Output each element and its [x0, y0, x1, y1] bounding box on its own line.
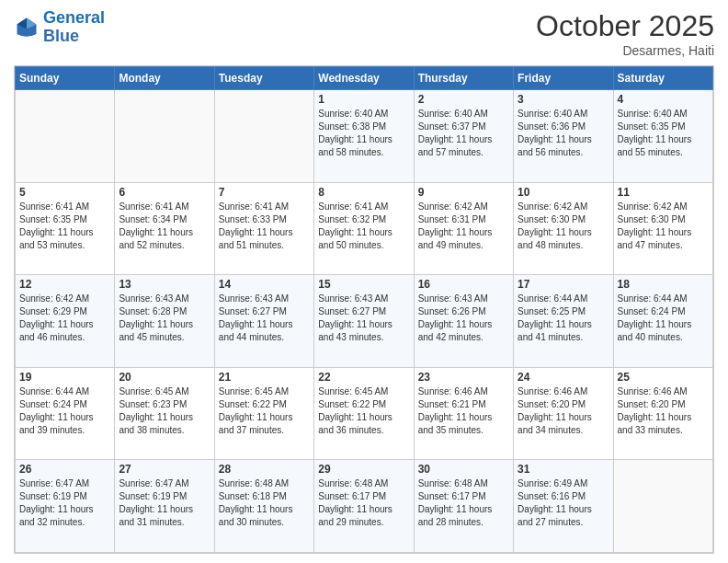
- calendar-cell: [115, 90, 214, 183]
- day-number: 21: [219, 371, 310, 384]
- day-number: 28: [219, 463, 310, 476]
- calendar-cell: 19Sunrise: 6:44 AM Sunset: 6:24 PM Dayli…: [16, 367, 115, 460]
- day-header-thursday: Thursday: [414, 67, 513, 90]
- day-info: Sunrise: 6:41 AM Sunset: 6:34 PM Dayligh…: [119, 201, 210, 252]
- day-info: Sunrise: 6:45 AM Sunset: 6:22 PM Dayligh…: [219, 385, 310, 437]
- day-info: Sunrise: 6:40 AM Sunset: 6:37 PM Dayligh…: [418, 108, 509, 159]
- day-number: 17: [518, 278, 609, 291]
- calendar-cell: 13Sunrise: 6:43 AM Sunset: 6:28 PM Dayli…: [115, 275, 214, 368]
- day-info: Sunrise: 6:43 AM Sunset: 6:27 PM Dayligh…: [318, 293, 409, 344]
- day-info: Sunrise: 6:43 AM Sunset: 6:26 PM Dayligh…: [418, 293, 509, 344]
- calendar-body: 1Sunrise: 6:40 AM Sunset: 6:38 PM Daylig…: [16, 90, 713, 553]
- calendar-cell: 18Sunrise: 6:44 AM Sunset: 6:24 PM Dayli…: [613, 275, 712, 368]
- calendar-cell: 30Sunrise: 6:48 AM Sunset: 6:17 PM Dayli…: [414, 460, 513, 553]
- day-header-friday: Friday: [514, 67, 613, 90]
- day-info: Sunrise: 6:44 AM Sunset: 6:25 PM Dayligh…: [518, 293, 609, 344]
- day-header-tuesday: Tuesday: [214, 67, 313, 90]
- day-info: Sunrise: 6:46 AM Sunset: 6:20 PM Dayligh…: [618, 385, 709, 437]
- calendar-cell: 27Sunrise: 6:47 AM Sunset: 6:19 PM Dayli…: [115, 460, 214, 553]
- day-info: Sunrise: 6:48 AM Sunset: 6:17 PM Dayligh…: [418, 477, 509, 529]
- calendar-cell: [16, 90, 115, 183]
- calendar-cell: 5Sunrise: 6:41 AM Sunset: 6:35 PM Daylig…: [16, 182, 115, 275]
- calendar-cell: 3Sunrise: 6:40 AM Sunset: 6:36 PM Daylig…: [514, 90, 613, 183]
- day-info: Sunrise: 6:42 AM Sunset: 6:30 PM Dayligh…: [618, 201, 709, 252]
- day-number: 27: [119, 463, 210, 476]
- day-info: Sunrise: 6:42 AM Sunset: 6:31 PM Dayligh…: [418, 201, 509, 252]
- calendar-cell: 6Sunrise: 6:41 AM Sunset: 6:34 PM Daylig…: [115, 182, 214, 275]
- calendar-cell: 31Sunrise: 6:49 AM Sunset: 6:16 PM Dayli…: [514, 460, 613, 553]
- calendar-cell: 21Sunrise: 6:45 AM Sunset: 6:22 PM Dayli…: [214, 367, 313, 460]
- day-info: Sunrise: 6:44 AM Sunset: 6:24 PM Dayligh…: [618, 293, 709, 344]
- day-info: Sunrise: 6:41 AM Sunset: 6:32 PM Dayligh…: [318, 201, 409, 252]
- day-number: 30: [418, 463, 509, 476]
- calendar-cell: 26Sunrise: 6:47 AM Sunset: 6:19 PM Dayli…: [16, 460, 115, 553]
- calendar-cell: 22Sunrise: 6:45 AM Sunset: 6:22 PM Dayli…: [314, 367, 414, 460]
- calendar-cell: 14Sunrise: 6:43 AM Sunset: 6:27 PM Dayli…: [214, 275, 313, 368]
- page: General Blue October 2025 Desarmes, Hait…: [0, 0, 728, 563]
- calendar-week-4: 26Sunrise: 6:47 AM Sunset: 6:19 PM Dayli…: [16, 460, 713, 553]
- day-number: 18: [618, 278, 709, 291]
- month-title: October 2025: [536, 9, 714, 43]
- day-number: 2: [418, 93, 509, 106]
- calendar-week-2: 12Sunrise: 6:42 AM Sunset: 6:29 PM Dayli…: [16, 275, 713, 368]
- logo-line2: Blue: [43, 27, 79, 45]
- day-number: 16: [418, 278, 509, 291]
- day-header-sunday: Sunday: [16, 67, 115, 90]
- day-number: 26: [19, 463, 110, 476]
- logo: General Blue: [14, 9, 105, 46]
- day-number: 9: [418, 186, 509, 199]
- day-number: 8: [318, 186, 409, 199]
- calendar-cell: 2Sunrise: 6:40 AM Sunset: 6:37 PM Daylig…: [414, 90, 513, 183]
- logo-icon: [14, 15, 40, 40]
- day-number: 23: [418, 371, 509, 384]
- day-info: Sunrise: 6:40 AM Sunset: 6:36 PM Dayligh…: [518, 108, 609, 159]
- day-info: Sunrise: 6:41 AM Sunset: 6:33 PM Dayligh…: [219, 201, 310, 252]
- calendar: SundayMondayTuesdayWednesdayThursdayFrid…: [14, 65, 714, 554]
- calendar-cell: 7Sunrise: 6:41 AM Sunset: 6:33 PM Daylig…: [214, 182, 313, 275]
- day-number: 1: [318, 93, 409, 106]
- calendar-cell: 8Sunrise: 6:41 AM Sunset: 6:32 PM Daylig…: [314, 182, 414, 275]
- day-number: 25: [618, 371, 709, 384]
- calendar-week-3: 19Sunrise: 6:44 AM Sunset: 6:24 PM Dayli…: [16, 367, 713, 460]
- logo-text: General Blue: [43, 9, 105, 46]
- day-number: 10: [518, 186, 609, 199]
- day-info: Sunrise: 6:43 AM Sunset: 6:28 PM Dayligh…: [119, 293, 210, 344]
- day-info: Sunrise: 6:47 AM Sunset: 6:19 PM Dayligh…: [119, 477, 210, 529]
- day-number: 19: [19, 371, 110, 384]
- calendar-cell: 23Sunrise: 6:46 AM Sunset: 6:21 PM Dayli…: [414, 367, 513, 460]
- day-info: Sunrise: 6:42 AM Sunset: 6:29 PM Dayligh…: [19, 293, 110, 344]
- day-number: 24: [518, 371, 609, 384]
- day-info: Sunrise: 6:48 AM Sunset: 6:17 PM Dayligh…: [318, 477, 409, 529]
- calendar-cell: 17Sunrise: 6:44 AM Sunset: 6:25 PM Dayli…: [514, 275, 613, 368]
- day-info: Sunrise: 6:42 AM Sunset: 6:30 PM Dayligh…: [518, 201, 609, 252]
- day-number: 3: [518, 93, 609, 106]
- day-info: Sunrise: 6:45 AM Sunset: 6:23 PM Dayligh…: [119, 385, 210, 437]
- calendar-header: SundayMondayTuesdayWednesdayThursdayFrid…: [16, 67, 713, 90]
- day-info: Sunrise: 6:41 AM Sunset: 6:35 PM Dayligh…: [19, 201, 110, 252]
- day-number: 7: [219, 186, 310, 199]
- calendar-cell: 25Sunrise: 6:46 AM Sunset: 6:20 PM Dayli…: [613, 367, 712, 460]
- day-header-monday: Monday: [115, 67, 214, 90]
- day-number: 15: [318, 278, 409, 291]
- day-number: 13: [119, 278, 210, 291]
- calendar-cell: [214, 90, 313, 183]
- day-info: Sunrise: 6:47 AM Sunset: 6:19 PM Dayligh…: [19, 477, 110, 529]
- calendar-cell: [613, 460, 712, 553]
- calendar-week-1: 5Sunrise: 6:41 AM Sunset: 6:35 PM Daylig…: [16, 182, 713, 275]
- title-section: October 2025 Desarmes, Haiti: [536, 9, 714, 58]
- calendar-cell: 9Sunrise: 6:42 AM Sunset: 6:31 PM Daylig…: [414, 182, 513, 275]
- day-info: Sunrise: 6:46 AM Sunset: 6:21 PM Dayligh…: [418, 385, 509, 437]
- day-number: 11: [618, 186, 709, 199]
- day-number: 31: [518, 463, 609, 476]
- day-number: 20: [119, 371, 210, 384]
- day-number: 29: [318, 463, 409, 476]
- day-number: 6: [119, 186, 210, 199]
- calendar-cell: 29Sunrise: 6:48 AM Sunset: 6:17 PM Dayli…: [314, 460, 414, 553]
- calendar-cell: 12Sunrise: 6:42 AM Sunset: 6:29 PM Dayli…: [16, 275, 115, 368]
- location: Desarmes, Haiti: [536, 43, 714, 58]
- day-info: Sunrise: 6:40 AM Sunset: 6:35 PM Dayligh…: [618, 108, 709, 159]
- day-header-row: SundayMondayTuesdayWednesdayThursdayFrid…: [16, 67, 713, 90]
- day-info: Sunrise: 6:44 AM Sunset: 6:24 PM Dayligh…: [19, 385, 110, 437]
- calendar-cell: 1Sunrise: 6:40 AM Sunset: 6:38 PM Daylig…: [314, 90, 414, 183]
- day-info: Sunrise: 6:40 AM Sunset: 6:38 PM Dayligh…: [318, 108, 409, 159]
